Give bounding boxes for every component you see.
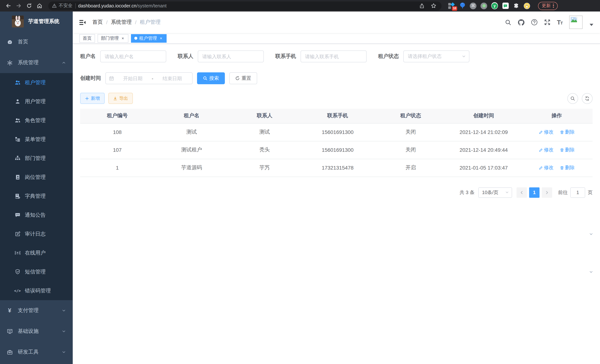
cell-id: 1 <box>80 159 154 177</box>
tag-label: 租户管理 <box>139 35 157 41</box>
extensions-puzzle-icon[interactable] <box>513 2 519 9</box>
close-icon[interactable]: × <box>159 36 163 40</box>
tag-home[interactable]: 首页 <box>79 34 95 42</box>
tag-dept[interactable]: 部门管理 × <box>98 34 128 42</box>
address-bar[interactable]: 不安全 dashboard.yudao.iocoder.cn/system/te… <box>48 1 441 10</box>
cell-actions: 修改 删除 <box>521 141 593 159</box>
refresh-table-button[interactable] <box>582 93 593 104</box>
font-size-icon[interactable]: TT <box>557 19 563 25</box>
sidebar-item-dept[interactable]: 部门管理 <box>0 149 73 168</box>
help-icon[interactable] <box>531 19 538 26</box>
next-page-button[interactable] <box>542 187 552 198</box>
pen-icon <box>539 130 543 134</box>
edit-link[interactable]: 修改 <box>539 147 554 153</box>
prev-page-button[interactable] <box>516 187 527 198</box>
end-date-input[interactable] <box>155 75 189 81</box>
tenant-name-label: 租户名 <box>80 53 96 60</box>
add-button[interactable]: 新增 <box>80 93 105 104</box>
cell-status: 开启 <box>375 159 447 177</box>
page-content: 租户名 联系人 联系手机 租户状态 请选择租户状态 <box>73 44 600 364</box>
breadcrumb-system[interactable]: 系统管理 <box>111 19 132 26</box>
delete-link[interactable]: 删除 <box>560 129 575 135</box>
extension-emoji-icon[interactable] <box>524 2 530 9</box>
goto-page-input[interactable] <box>570 187 585 198</box>
sidebar-item-online[interactable]: 在线用户 <box>0 243 73 262</box>
tag-label: 首页 <box>83 35 92 41</box>
sidebar-item-errcode[interactable]: </> 错误码管理 <box>0 281 73 300</box>
sidebar-item-pay[interactable]: ¥ 支付管理 <box>0 300 73 321</box>
create-time-label: 创建时间 <box>80 75 101 82</box>
extension-recorder-icon[interactable] <box>480 2 487 9</box>
fullscreen-icon[interactable] <box>544 19 551 26</box>
extension-tab-manager-icon[interactable]: 10 <box>448 2 455 9</box>
id-badge-icon <box>14 174 20 180</box>
breadcrumb-home[interactable]: 首页 <box>92 19 103 26</box>
browser-home-icon[interactable] <box>35 1 44 10</box>
share-icon[interactable] <box>417 1 426 10</box>
tag-tenant[interactable]: 租户管理 × <box>131 34 167 42</box>
chevron-right-icon <box>545 190 549 195</box>
table-row: 1 芋道源码 芋艿 17321315478 开启 2021-01-05 17:0… <box>80 159 593 177</box>
mobile-input[interactable] <box>300 50 367 62</box>
sidebar-submenu-system: 租户管理 用户管理 角色管理 <box>0 73 73 300</box>
caret-down-icon[interactable] <box>590 24 593 26</box>
delete-link[interactable]: 删除 <box>560 164 575 171</box>
logo-image <box>12 16 24 28</box>
sidebar-item-infra[interactable]: 基础设施 <box>0 321 73 342</box>
bookmark-star-icon[interactable] <box>429 1 438 10</box>
browser-menu-icon[interactable] <box>553 4 554 8</box>
browser-update-button[interactable]: 更新 <box>538 2 558 10</box>
cell-actions: 修改 删除 <box>521 159 593 177</box>
cell-created: 2021-12-14 21:02:09 <box>447 123 521 141</box>
avatar[interactable] <box>569 16 582 29</box>
sidebar-item-tool[interactable]: 研发工具 <box>0 342 73 363</box>
user-icon <box>14 99 20 104</box>
edit-link[interactable]: 修改 <box>539 129 554 135</box>
sidebar-item-notice[interactable]: 通知公告 <box>0 205 73 224</box>
warning-icon <box>52 3 57 8</box>
browser-back-icon[interactable] <box>4 1 13 10</box>
search-button[interactable]: 搜索 <box>197 72 225 84</box>
sidebar-item-audit[interactable]: 审计日志 <box>0 224 73 243</box>
page-size-select[interactable]: 10条/页 <box>478 187 512 198</box>
status-select[interactable]: 请选择租户状态 <box>403 50 469 62</box>
url-text: dashboard.yudao.iocoder.cn/system/tenant <box>78 3 167 8</box>
sidebar-item-user[interactable]: 用户管理 <box>0 92 73 111</box>
sidebar-item-role[interactable]: 角色管理 <box>0 111 73 130</box>
sidebar-item-sms[interactable]: 短信管理 <box>0 262 73 281</box>
edit-link[interactable]: 修改 <box>539 164 554 171</box>
date-range-picker[interactable]: - <box>105 72 193 84</box>
start-date-input[interactable] <box>116 75 150 81</box>
github-icon[interactable] <box>518 19 525 26</box>
sidebar-item-system[interactable]: 系统管理 <box>0 52 73 73</box>
page-number-1[interactable]: 1 <box>529 187 540 198</box>
sidebar-item-dict[interactable]: 字典管理 <box>0 187 73 205</box>
security-warning[interactable]: 不安全 <box>52 3 73 9</box>
extension-command-icon[interactable]: ⌘ <box>470 2 477 9</box>
sidebar-item-label: 系统管理 <box>18 59 38 66</box>
reset-button[interactable]: 重置 <box>229 72 257 84</box>
pen-icon <box>539 166 543 170</box>
header-search-icon[interactable] <box>505 19 511 25</box>
delete-link[interactable]: 删除 <box>560 147 575 153</box>
browser-forward-icon[interactable] <box>14 1 23 10</box>
extension-messenger-icon[interactable] <box>502 2 509 9</box>
extension-balloon-icon[interactable] <box>459 2 466 9</box>
close-icon[interactable]: × <box>121 36 125 40</box>
export-button[interactable]: 导出 <box>108 93 133 104</box>
extension-badge: 10 <box>452 6 457 10</box>
contact-input[interactable] <box>198 50 264 62</box>
pen-icon <box>539 148 543 152</box>
sidebar-toggle-icon[interactable] <box>79 19 86 25</box>
tenant-name-input[interactable] <box>100 50 166 62</box>
browser-reload-icon[interactable] <box>25 1 33 10</box>
sidebar-item-menu[interactable]: 菜单管理 <box>0 130 73 149</box>
sidebar-item-tenant[interactable]: 租户管理 <box>0 73 73 92</box>
sidebar-item-home[interactable]: 首页 <box>0 32 73 52</box>
sidebar-item-post[interactable]: 岗位管理 <box>0 168 73 187</box>
extension-y-icon[interactable]: y <box>491 2 498 9</box>
toggle-search-button[interactable] <box>567 93 578 104</box>
sidebar-logo[interactable]: 芋道管理系统 <box>0 11 73 32</box>
cell-created: 2021-01-05 17:03:47 <box>447 159 521 177</box>
dashboard-icon <box>7 39 13 45</box>
